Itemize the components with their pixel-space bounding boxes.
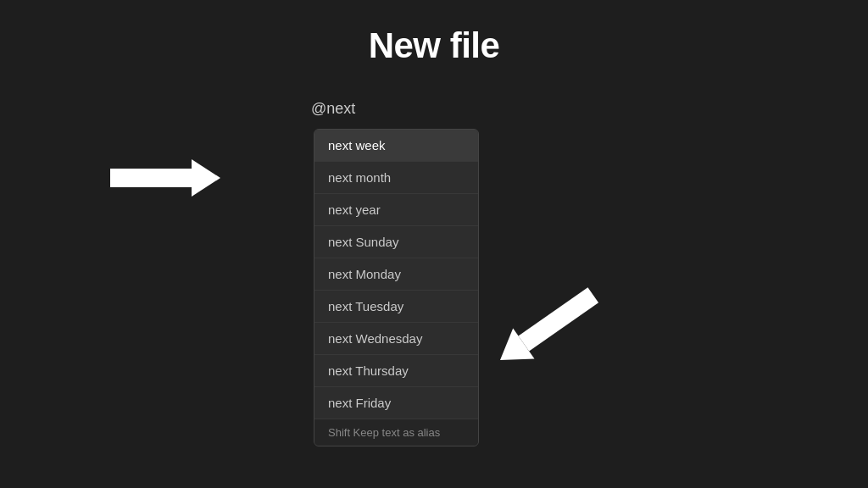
- arrow-right: [488, 274, 609, 377]
- input-label: @next: [311, 100, 355, 118]
- dropdown-hint: Shift Keep text as alias: [314, 419, 478, 446]
- dropdown-item-next-tuesday[interactable]: next Tuesday: [314, 291, 478, 323]
- dropdown-item-next-year[interactable]: next year: [314, 194, 478, 226]
- arrow-left-head: [192, 159, 220, 197]
- dropdown-item-next-month[interactable]: next month: [314, 162, 478, 194]
- dropdown-item-next-week[interactable]: next week: [314, 130, 478, 162]
- dropdown-item-next-friday[interactable]: next Friday: [314, 387, 478, 419]
- dropdown-item-next-sunday[interactable]: next Sunday: [314, 226, 478, 258]
- page-title: New file: [0, 0, 868, 66]
- arrow-right-body: [519, 287, 599, 351]
- arrow-left-body: [110, 169, 192, 187]
- dropdown-item-next-monday[interactable]: next Monday: [314, 258, 478, 291]
- dropdown-menu: next week next month next year next Sund…: [314, 129, 479, 446]
- dropdown-item-next-thursday[interactable]: next Thursday: [314, 355, 478, 387]
- dropdown-item-next-wednesday[interactable]: next Wednesday: [314, 323, 478, 355]
